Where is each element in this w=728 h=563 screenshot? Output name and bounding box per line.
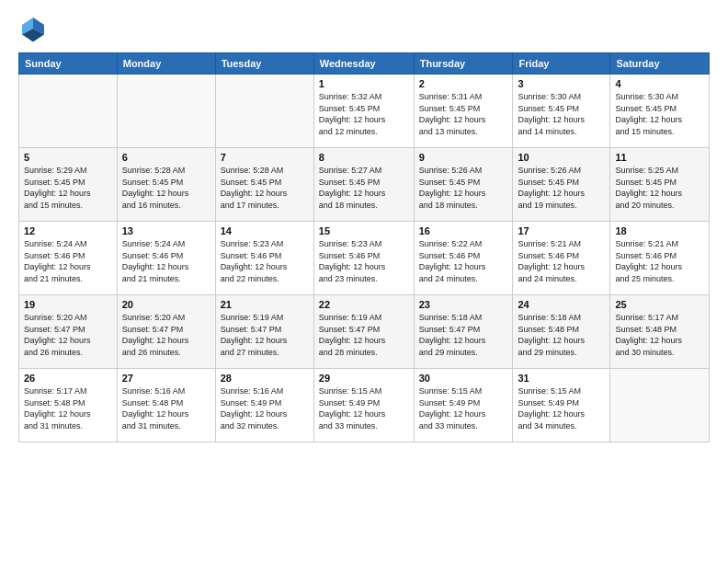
- day-info: Sunrise: 5:28 AM Sunset: 5:45 PM Dayligh…: [221, 165, 309, 211]
- calendar-cell: 27Sunrise: 5:16 AM Sunset: 5:48 PM Dayli…: [117, 369, 215, 442]
- calendar-cell: 8Sunrise: 5:27 AM Sunset: 5:45 PM Daylig…: [313, 148, 414, 222]
- calendar-cell: 5Sunrise: 5:29 AM Sunset: 5:45 PM Daylig…: [19, 148, 118, 222]
- calendar-cell: [19, 75, 118, 148]
- calendar-cell: 18Sunrise: 5:21 AM Sunset: 5:46 PM Dayli…: [610, 222, 710, 295]
- day-number: 8: [319, 152, 409, 163]
- calendar-cell: 28Sunrise: 5:16 AM Sunset: 5:49 PM Dayli…: [215, 369, 313, 442]
- calendar-header-row: SundayMondayTuesdayWednesdayThursdayFrid…: [19, 53, 710, 75]
- day-info: Sunrise: 5:16 AM Sunset: 5:49 PM Dayligh…: [221, 385, 309, 431]
- day-number: 31: [518, 373, 605, 384]
- day-number: 5: [24, 152, 112, 163]
- weekday-header-monday: Monday: [117, 53, 215, 75]
- weekday-header-sunday: Sunday: [19, 53, 118, 75]
- calendar-week-row: 26Sunrise: 5:17 AM Sunset: 5:48 PM Dayli…: [19, 369, 710, 442]
- calendar-cell: 25Sunrise: 5:17 AM Sunset: 5:48 PM Dayli…: [610, 295, 710, 369]
- day-info: Sunrise: 5:15 AM Sunset: 5:49 PM Dayligh…: [419, 385, 508, 431]
- calendar-cell: 30Sunrise: 5:15 AM Sunset: 5:49 PM Dayli…: [414, 369, 513, 442]
- day-info: Sunrise: 5:29 AM Sunset: 5:45 PM Dayligh…: [24, 165, 112, 211]
- day-info: Sunrise: 5:30 AM Sunset: 5:45 PM Dayligh…: [615, 91, 704, 137]
- calendar-cell: 22Sunrise: 5:19 AM Sunset: 5:47 PM Dayli…: [313, 295, 414, 369]
- day-info: Sunrise: 5:17 AM Sunset: 5:48 PM Dayligh…: [615, 312, 704, 358]
- day-number: 6: [122, 152, 210, 163]
- day-number: 15: [319, 225, 409, 236]
- calendar-cell: 10Sunrise: 5:26 AM Sunset: 5:45 PM Dayli…: [513, 148, 610, 222]
- day-number: 14: [221, 225, 309, 236]
- calendar-cell: 20Sunrise: 5:20 AM Sunset: 5:47 PM Dayli…: [117, 295, 215, 369]
- day-number: 18: [615, 225, 704, 236]
- calendar-week-row: 1Sunrise: 5:32 AM Sunset: 5:45 PM Daylig…: [19, 75, 710, 148]
- calendar-cell: [610, 369, 710, 442]
- day-info: Sunrise: 5:23 AM Sunset: 5:46 PM Dayligh…: [319, 238, 409, 284]
- day-number: 19: [24, 299, 112, 310]
- day-info: Sunrise: 5:19 AM Sunset: 5:47 PM Dayligh…: [221, 312, 309, 358]
- calendar-cell: 17Sunrise: 5:21 AM Sunset: 5:46 PM Dayli…: [513, 222, 610, 295]
- day-number: 16: [419, 225, 508, 236]
- weekday-header-friday: Friday: [513, 53, 610, 75]
- calendar-cell: 21Sunrise: 5:19 AM Sunset: 5:47 PM Dayli…: [215, 295, 313, 369]
- calendar-cell: 16Sunrise: 5:22 AM Sunset: 5:46 PM Dayli…: [414, 222, 513, 295]
- day-number: 21: [221, 299, 309, 310]
- weekday-header-thursday: Thursday: [414, 53, 513, 75]
- day-info: Sunrise: 5:20 AM Sunset: 5:47 PM Dayligh…: [122, 312, 210, 358]
- day-number: 28: [221, 373, 309, 384]
- weekday-header-saturday: Saturday: [610, 53, 710, 75]
- day-number: 25: [615, 299, 704, 310]
- calendar-cell: 15Sunrise: 5:23 AM Sunset: 5:46 PM Dayli…: [313, 222, 414, 295]
- calendar-table: SundayMondayTuesdayWednesdayThursdayFrid…: [18, 52, 710, 442]
- calendar-cell: 12Sunrise: 5:24 AM Sunset: 5:46 PM Dayli…: [19, 222, 118, 295]
- day-number: 20: [122, 299, 210, 310]
- header: [18, 14, 710, 43]
- calendar-cell: 6Sunrise: 5:28 AM Sunset: 5:45 PM Daylig…: [117, 148, 215, 222]
- calendar-week-row: 5Sunrise: 5:29 AM Sunset: 5:45 PM Daylig…: [19, 148, 710, 222]
- day-info: Sunrise: 5:20 AM Sunset: 5:47 PM Dayligh…: [24, 312, 112, 358]
- calendar-week-row: 19Sunrise: 5:20 AM Sunset: 5:47 PM Dayli…: [19, 295, 710, 369]
- calendar-cell: 13Sunrise: 5:24 AM Sunset: 5:46 PM Dayli…: [117, 222, 215, 295]
- day-number: 1: [319, 78, 409, 89]
- logo: [18, 14, 53, 43]
- calendar-cell: 31Sunrise: 5:15 AM Sunset: 5:49 PM Dayli…: [513, 369, 610, 442]
- day-info: Sunrise: 5:30 AM Sunset: 5:45 PM Dayligh…: [518, 91, 605, 137]
- calendar-cell: [215, 75, 313, 148]
- day-number: 22: [319, 299, 409, 310]
- calendar-cell: 29Sunrise: 5:15 AM Sunset: 5:49 PM Dayli…: [313, 369, 414, 442]
- calendar-cell: 26Sunrise: 5:17 AM Sunset: 5:48 PM Dayli…: [19, 369, 118, 442]
- day-number: 17: [518, 225, 605, 236]
- calendar-cell: 4Sunrise: 5:30 AM Sunset: 5:45 PM Daylig…: [610, 75, 710, 148]
- day-info: Sunrise: 5:17 AM Sunset: 5:48 PM Dayligh…: [24, 385, 112, 431]
- day-info: Sunrise: 5:16 AM Sunset: 5:48 PM Dayligh…: [122, 385, 210, 431]
- day-info: Sunrise: 5:28 AM Sunset: 5:45 PM Dayligh…: [122, 165, 210, 211]
- day-info: Sunrise: 5:26 AM Sunset: 5:45 PM Dayligh…: [419, 165, 508, 211]
- calendar-cell: 7Sunrise: 5:28 AM Sunset: 5:45 PM Daylig…: [215, 148, 313, 222]
- day-info: Sunrise: 5:18 AM Sunset: 5:47 PM Dayligh…: [419, 312, 508, 358]
- calendar-cell: 3Sunrise: 5:30 AM Sunset: 5:45 PM Daylig…: [513, 75, 610, 148]
- day-info: Sunrise: 5:24 AM Sunset: 5:46 PM Dayligh…: [24, 238, 112, 284]
- day-number: 26: [24, 373, 112, 384]
- day-number: 24: [518, 299, 605, 310]
- day-info: Sunrise: 5:23 AM Sunset: 5:46 PM Dayligh…: [221, 238, 309, 284]
- day-number: 12: [24, 225, 112, 236]
- day-info: Sunrise: 5:19 AM Sunset: 5:47 PM Dayligh…: [319, 312, 409, 358]
- day-info: Sunrise: 5:18 AM Sunset: 5:48 PM Dayligh…: [518, 312, 605, 358]
- weekday-header-wednesday: Wednesday: [313, 53, 414, 75]
- day-number: 10: [518, 152, 605, 163]
- day-number: 3: [518, 78, 605, 89]
- day-info: Sunrise: 5:15 AM Sunset: 5:49 PM Dayligh…: [319, 385, 409, 431]
- calendar-cell: 9Sunrise: 5:26 AM Sunset: 5:45 PM Daylig…: [414, 148, 513, 222]
- day-number: 2: [419, 78, 508, 89]
- day-info: Sunrise: 5:15 AM Sunset: 5:49 PM Dayligh…: [518, 385, 605, 431]
- day-info: Sunrise: 5:27 AM Sunset: 5:45 PM Dayligh…: [319, 165, 409, 211]
- day-number: 13: [122, 225, 210, 236]
- calendar-cell: 23Sunrise: 5:18 AM Sunset: 5:47 PM Dayli…: [414, 295, 513, 369]
- day-info: Sunrise: 5:21 AM Sunset: 5:46 PM Dayligh…: [615, 238, 704, 284]
- day-info: Sunrise: 5:22 AM Sunset: 5:46 PM Dayligh…: [419, 238, 508, 284]
- day-number: 29: [319, 373, 409, 384]
- day-info: Sunrise: 5:26 AM Sunset: 5:45 PM Dayligh…: [518, 165, 605, 211]
- day-number: 4: [615, 78, 704, 89]
- day-info: Sunrise: 5:32 AM Sunset: 5:45 PM Dayligh…: [319, 91, 409, 137]
- weekday-header-tuesday: Tuesday: [215, 53, 313, 75]
- calendar-cell: 24Sunrise: 5:18 AM Sunset: 5:48 PM Dayli…: [513, 295, 610, 369]
- calendar-cell: 1Sunrise: 5:32 AM Sunset: 5:45 PM Daylig…: [313, 75, 414, 148]
- day-number: 11: [615, 152, 704, 163]
- calendar-cell: 2Sunrise: 5:31 AM Sunset: 5:45 PM Daylig…: [414, 75, 513, 148]
- logo-icon: [18, 14, 48, 43]
